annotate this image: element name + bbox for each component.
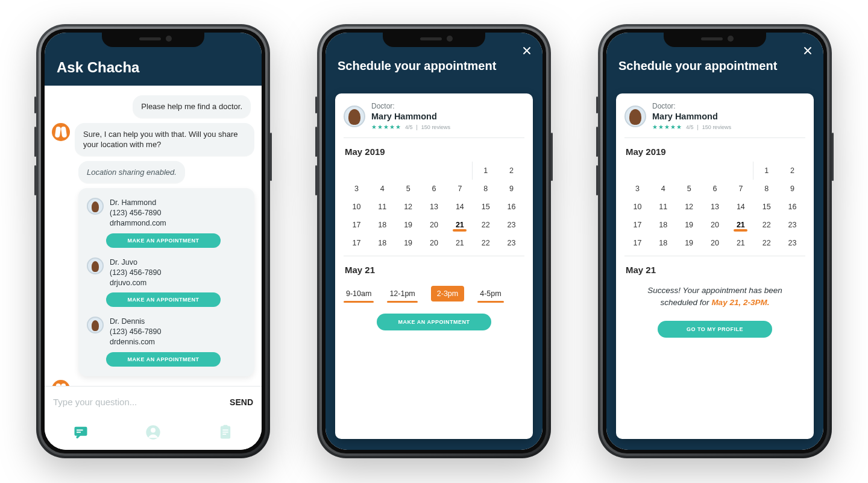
rating-stars-icon: ★★★★★ <box>652 124 682 131</box>
calendar-day[interactable]: 23 <box>498 216 524 234</box>
calendar-day[interactable]: 1 <box>473 162 498 180</box>
calendar-day[interactable]: 12 <box>676 198 702 216</box>
calendar-day[interactable]: 17 <box>624 216 650 234</box>
calendar-day[interactable]: 1 <box>753 162 779 180</box>
send-button[interactable]: SEND <box>230 397 253 407</box>
time-slot-selected[interactable]: 2-3pm <box>431 286 464 301</box>
calendar-day[interactable]: 18 <box>370 216 395 234</box>
time-slot[interactable]: 9-10am <box>344 286 374 301</box>
calendar-day[interactable]: 20 <box>421 234 447 252</box>
calendar-day[interactable]: 12 <box>395 198 421 216</box>
calendar-day[interactable]: 22 <box>473 216 498 234</box>
close-icon[interactable] <box>522 46 532 55</box>
calendar-day[interactable]: 2 <box>498 162 524 180</box>
reviews-count: 150 reviews <box>421 124 450 131</box>
calendar-day[interactable] <box>650 162 676 180</box>
calendar-day[interactable]: 19 <box>395 216 421 234</box>
svg-point-4 <box>151 428 156 433</box>
doctor-meta: Doctor: Mary Hammond ★★★★★ 4/5 | 150 rev… <box>652 102 731 131</box>
calendar-day[interactable]: 10 <box>624 198 650 216</box>
calendar-day[interactable]: 8 <box>473 180 498 198</box>
calendar-day[interactable]: 6 <box>421 180 447 198</box>
calendar-day[interactable]: 10 <box>344 198 370 216</box>
doctor-name: Mary Hammond <box>652 111 731 122</box>
calendar-day[interactable]: 2 <box>779 162 805 180</box>
calendar-week: 17 18 19 20 21 22 23 <box>624 216 805 234</box>
calendar-day[interactable]: 9 <box>498 180 524 198</box>
doctor-info: Dr. Dennis (123) 456-7890 drdennis.com <box>110 317 161 347</box>
calendar-day[interactable]: 14 <box>447 198 473 216</box>
doctor-site: drdennis.com <box>110 337 161 347</box>
calendar-day[interactable]: 16 <box>779 198 805 216</box>
calendar-day[interactable]: 15 <box>473 198 498 216</box>
selected-day-label: May 21 <box>345 265 523 275</box>
calendar-day[interactable]: 19 <box>676 216 702 234</box>
calendar-day[interactable]: 20 <box>421 216 447 234</box>
calendar-day[interactable]: 7 <box>728 180 753 198</box>
calendar-day[interactable]: 14 <box>728 198 753 216</box>
calendar-day[interactable] <box>728 162 753 180</box>
calendar-day[interactable]: 23 <box>498 234 524 252</box>
calendar-day[interactable]: 17 <box>344 216 370 234</box>
system-message: Location sharing enabled. <box>78 161 185 184</box>
calendar-day[interactable]: 8 <box>753 180 779 198</box>
calendar-day[interactable]: 20 <box>702 216 728 234</box>
calendar-day[interactable]: 18 <box>370 234 395 252</box>
make-appointment-button[interactable]: MAKE AN APPOINTMENT <box>106 233 221 248</box>
doctor-label: Doctor: <box>371 102 450 111</box>
calendar-day[interactable]: 20 <box>702 234 728 252</box>
calendar-week: 17 18 19 20 21 22 23 <box>344 216 524 234</box>
calendar-day[interactable]: 4 <box>650 180 676 198</box>
calendar-day[interactable]: 5 <box>395 180 421 198</box>
calendar-day[interactable]: 15 <box>753 198 779 216</box>
calendar-day[interactable]: 19 <box>676 234 702 252</box>
close-icon[interactable] <box>803 46 813 55</box>
doctor-rating: ★★★★★ 4/5 | 150 reviews <box>371 124 450 131</box>
calendar-day[interactable]: 18 <box>650 234 676 252</box>
calendar-day[interactable]: 19 <box>395 234 421 252</box>
tab-profile-icon[interactable] <box>145 424 162 443</box>
calendar-day[interactable] <box>447 162 473 180</box>
calendar-day[interactable] <box>344 162 370 180</box>
tab-chat-icon[interactable] <box>72 424 89 443</box>
calendar-day[interactable]: 21 <box>728 234 753 252</box>
make-appointment-button[interactable]: MAKE AN APPOINTMENT <box>106 352 221 367</box>
chat-input[interactable]: Type your question... <box>53 397 224 407</box>
calendar-day[interactable] <box>395 162 421 180</box>
calendar-day[interactable]: 18 <box>650 216 676 234</box>
calendar-day[interactable]: 4 <box>370 180 395 198</box>
calendar-day[interactable]: 13 <box>421 198 447 216</box>
make-appointment-button[interactable]: MAKE AN APPOINTMENT <box>106 292 221 307</box>
calendar-day[interactable] <box>624 162 650 180</box>
calendar-day[interactable]: 3 <box>344 180 370 198</box>
calendar-day[interactable]: 11 <box>650 198 676 216</box>
calendar-day[interactable]: 3 <box>624 180 650 198</box>
calendar-day[interactable]: 22 <box>753 234 779 252</box>
calendar-day-selected[interactable]: 21 <box>728 216 753 234</box>
calendar-day[interactable]: 16 <box>498 198 524 216</box>
calendar-day[interactable] <box>370 162 395 180</box>
chat-title: Ask Chacha <box>57 59 139 75</box>
tab-clipboard-icon[interactable] <box>217 424 234 443</box>
calendar-day[interactable]: 17 <box>624 234 650 252</box>
calendar-day[interactable] <box>676 162 702 180</box>
calendar-day[interactable]: 23 <box>779 216 805 234</box>
calendar-day[interactable] <box>702 162 728 180</box>
calendar-day[interactable]: 13 <box>702 198 728 216</box>
calendar-day[interactable]: 17 <box>344 234 370 252</box>
calendar-day[interactable] <box>421 162 447 180</box>
calendar-day[interactable]: 11 <box>370 198 395 216</box>
time-slot[interactable]: 12-1pm <box>387 286 417 301</box>
calendar-day[interactable]: 5 <box>676 180 702 198</box>
go-to-profile-button[interactable]: GO TO MY PROFILE <box>658 321 772 338</box>
calendar-day[interactable]: 9 <box>779 180 805 198</box>
calendar-day[interactable]: 7 <box>447 180 473 198</box>
calendar-day[interactable]: 6 <box>702 180 728 198</box>
calendar-day[interactable]: 23 <box>779 234 805 252</box>
make-appointment-button[interactable]: MAKE AN APPOINTMENT <box>377 314 491 330</box>
calendar-day[interactable]: 21 <box>447 234 473 252</box>
calendar-day[interactable]: 22 <box>473 234 498 252</box>
calendar-day-selected[interactable]: 21 <box>447 216 473 234</box>
calendar-day[interactable]: 22 <box>753 216 779 234</box>
time-slot[interactable]: 4-5pm <box>477 286 503 301</box>
